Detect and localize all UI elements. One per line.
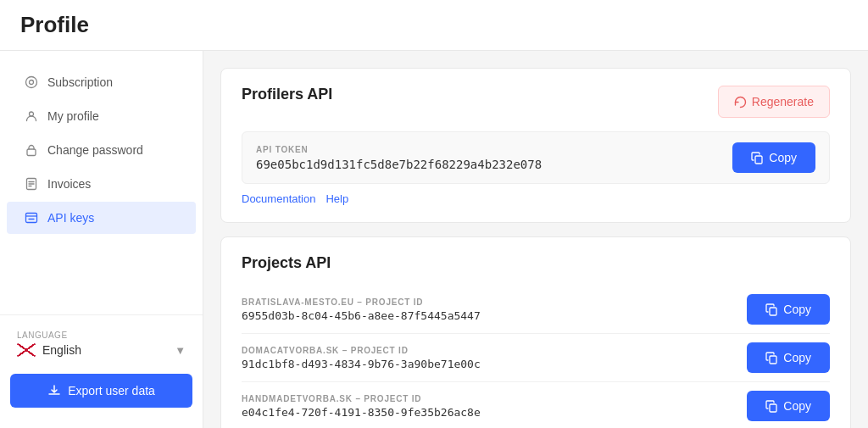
main-content: Profilers API Regenerate API TOKEN 69e05… bbox=[203, 51, 868, 428]
flag-icon bbox=[17, 343, 36, 357]
project-row-bratislava: BRATISLAVA-MESTO.EU – PROJECT ID 6955d03… bbox=[242, 286, 830, 334]
content-area: Subscription My profile bbox=[0, 51, 868, 428]
sidebar-item-my-profile-label: My profile bbox=[47, 109, 99, 123]
project-value-handmadetvorba: e04c1fe4-720f-4191-8350-9fe35b26ac8e bbox=[242, 406, 481, 419]
invoices-icon bbox=[24, 176, 39, 192]
sidebar-item-subscription[interactable]: Subscription bbox=[7, 66, 196, 98]
svg-rect-14 bbox=[770, 404, 776, 412]
profilers-api-header: Profilers API Regenerate bbox=[242, 86, 830, 118]
lock-icon bbox=[24, 142, 39, 158]
copy-button-bratislava[interactable]: Copy bbox=[747, 294, 830, 325]
project-label-bratislava: BRATISLAVA-MESTO.EU – PROJECT ID bbox=[242, 297, 481, 307]
sidebar-item-my-profile[interactable]: My profile bbox=[7, 100, 196, 132]
language-section: LANGUAGE English ▼ bbox=[0, 324, 203, 367]
svg-point-1 bbox=[30, 81, 34, 85]
sidebar-item-subscription-label: Subscription bbox=[47, 75, 113, 89]
project-info-bratislava: BRATISLAVA-MESTO.EU – PROJECT ID 6955d03… bbox=[242, 297, 481, 322]
sidebar-item-invoices[interactable]: Invoices bbox=[7, 168, 196, 200]
copy-button-handmadetvorba[interactable]: Copy bbox=[747, 391, 830, 421]
api-token-section: API TOKEN 69e05bc1d9d131fc5d8e7b22f68229… bbox=[242, 131, 830, 184]
project-value-bratislava: 6955d03b-8c04-45b6-a8ee-87f5445a5447 bbox=[242, 309, 481, 322]
language-selector-left: English bbox=[17, 343, 81, 357]
profilers-api-title: Profilers API bbox=[242, 86, 332, 103]
svg-point-2 bbox=[30, 112, 34, 116]
regenerate-label: Regenerate bbox=[752, 95, 814, 108]
svg-rect-12 bbox=[770, 308, 776, 315]
copy-icon bbox=[751, 152, 764, 164]
regenerate-icon bbox=[734, 96, 747, 108]
project-info-domacatvorba: DOMACATVORBA.SK – PROJECT ID 91dc1bf8-d4… bbox=[242, 346, 481, 370]
sidebar-nav: Subscription My profile bbox=[0, 64, 203, 306]
svg-rect-3 bbox=[27, 149, 36, 156]
project-row-domacatvorba: DOMACATVORBA.SK – PROJECT ID 91dc1bf8-d4… bbox=[242, 334, 830, 382]
page-title: Profile bbox=[20, 12, 848, 38]
token-value: 69e05bc1d9d131fc5d8e7b22f68229a4b232e078 bbox=[256, 158, 719, 171]
token-label: API TOKEN bbox=[256, 145, 719, 154]
language-label: LANGUAGE bbox=[17, 331, 186, 340]
page-header: Profile bbox=[0, 0, 868, 51]
copy-label-domacatvorba: Copy bbox=[783, 351, 811, 364]
sidebar-divider bbox=[0, 314, 203, 315]
sidebar-item-api-keys-label: API keys bbox=[47, 211, 94, 225]
language-selector[interactable]: English ▼ bbox=[17, 343, 186, 357]
project-info-handmadetvorba: HANDMADETVORBA.SK – PROJECT ID e04c1fe4-… bbox=[242, 394, 481, 419]
export-user-data-button[interactable]: Export user data bbox=[10, 374, 192, 408]
sidebar: Subscription My profile bbox=[0, 51, 203, 428]
projects-api-title: Projects API bbox=[242, 254, 830, 272]
subscription-icon bbox=[24, 75, 39, 90]
copy-icon bbox=[765, 400, 778, 413]
project-label-handmadetvorba: HANDMADETVORBA.SK – PROJECT ID bbox=[242, 394, 481, 403]
download-icon bbox=[47, 384, 61, 397]
chevron-down-icon: ▼ bbox=[175, 344, 186, 357]
projects-api-card: Projects API BRATISLAVA-MESTO.EU – PROJE… bbox=[220, 236, 851, 428]
sidebar-item-invoices-label: Invoices bbox=[47, 177, 91, 191]
help-link[interactable]: Help bbox=[326, 192, 348, 205]
svg-rect-11 bbox=[755, 156, 762, 164]
sidebar-item-api-keys[interactable]: API keys bbox=[7, 202, 196, 234]
svg-point-0 bbox=[26, 77, 37, 88]
regenerate-button[interactable]: Regenerate bbox=[718, 86, 830, 118]
sidebar-item-change-password[interactable]: Change password bbox=[7, 134, 196, 166]
token-info: API TOKEN 69e05bc1d9d131fc5d8e7b22f68229… bbox=[256, 145, 719, 171]
copy-icon bbox=[765, 352, 778, 364]
api-keys-icon bbox=[24, 210, 39, 225]
profilers-api-card: Profilers API Regenerate API TOKEN 69e05… bbox=[220, 68, 851, 223]
copy-label-bratislava: Copy bbox=[783, 303, 811, 316]
api-card-links: Documentation Help bbox=[242, 192, 830, 205]
sidebar-item-change-password-label: Change password bbox=[47, 143, 143, 157]
profile-icon bbox=[24, 108, 39, 124]
project-row-handmadetvorba: HANDMADETVORBA.SK – PROJECT ID e04c1fe4-… bbox=[242, 382, 830, 428]
language-value: English bbox=[42, 343, 81, 357]
project-value-domacatvorba: 91dc1bf8-d493-4834-9b76-3a90be71e00c bbox=[242, 358, 481, 370]
copy-button-domacatvorba[interactable]: Copy bbox=[747, 342, 830, 373]
project-label-domacatvorba: DOMACATVORBA.SK – PROJECT ID bbox=[242, 346, 481, 355]
copy-icon bbox=[765, 303, 778, 316]
svg-rect-8 bbox=[26, 214, 37, 223]
copy-label-handmadetvorba: Copy bbox=[783, 399, 811, 413]
export-button-label: Export user data bbox=[68, 384, 155, 397]
app-layout: Profile Subscription bbox=[0, 0, 868, 428]
profilers-copy-button[interactable]: Copy bbox=[732, 142, 815, 173]
documentation-link[interactable]: Documentation bbox=[242, 192, 315, 205]
svg-rect-13 bbox=[770, 356, 776, 364]
profilers-copy-label: Copy bbox=[769, 151, 797, 164]
